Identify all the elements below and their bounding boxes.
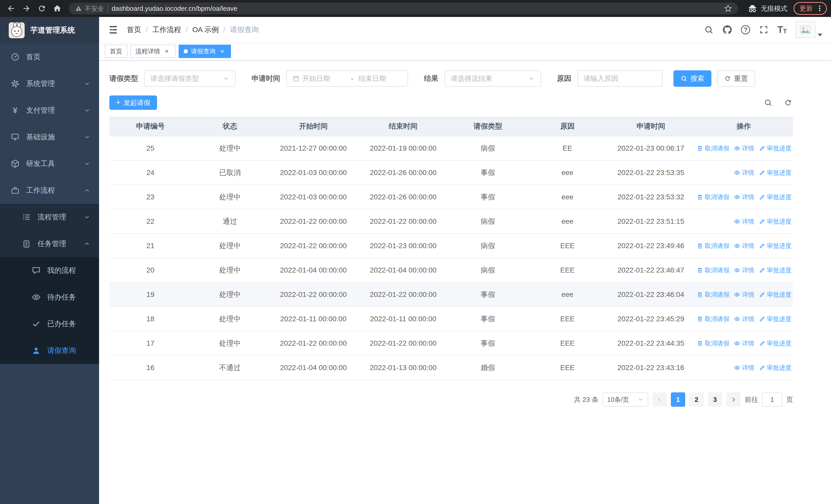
url-text[interactable]: dashboard.yudao.iocoder.cn/bpm/oa/leave xyxy=(112,5,721,12)
action-progress-link[interactable]: 审批进度 xyxy=(759,315,792,323)
action-progress-link[interactable]: 审批进度 xyxy=(759,169,792,177)
sidebar-item-infrastructure[interactable]: 基础设施 xyxy=(0,124,99,150)
action-progress-link[interactable]: 审批进度 xyxy=(759,217,792,226)
leave-type-select[interactable]: 请选择请假类型 xyxy=(144,70,236,87)
action-progress-link[interactable]: 审批进度 xyxy=(759,291,792,299)
sidebar-toggle-icon[interactable] xyxy=(108,24,119,35)
security-warning[interactable]: 不安全 xyxy=(75,4,104,13)
sidebar-item-payment[interactable]: ¥ 支付管理 xyxy=(0,97,99,124)
result-select[interactable]: 请选择流结果 xyxy=(445,70,541,87)
action-progress-link[interactable]: 审批进度 xyxy=(759,193,792,201)
action-detail-link[interactable]: 详情 xyxy=(734,315,754,323)
page-size-select[interactable]: 10条/页 xyxy=(603,392,648,407)
action-detail-link[interactable]: 详情 xyxy=(734,193,754,201)
action-progress-link[interactable]: 审批进度 xyxy=(759,266,792,274)
leave-table: 申请编号状态开始时间结束时间请假类型原因申请时间操作 25处理中2021-12-… xyxy=(109,117,793,380)
action-progress-link[interactable]: 审批进度 xyxy=(759,242,792,250)
page-button-3[interactable]: 3 xyxy=(708,392,722,407)
logo[interactable]: 芋道管理系统 xyxy=(0,17,99,43)
action-progress-link[interactable]: 审批进度 xyxy=(759,144,792,152)
sidebar-item-workflow[interactable]: 工作流程 xyxy=(0,177,99,204)
action-detail-link[interactable]: 详情 xyxy=(734,364,754,372)
page-unit: 页 xyxy=(786,395,793,404)
cell-status: 不通过 xyxy=(192,355,268,380)
help-icon[interactable]: ? xyxy=(741,25,750,34)
tab-leave-query[interactable]: 请假查询× xyxy=(179,45,231,58)
fullscreen-icon[interactable] xyxy=(759,25,769,35)
sidebar-item-process-management[interactable]: 流程管理 xyxy=(0,204,99,231)
breadcrumb-separator: / xyxy=(186,26,188,34)
sidebar-item-leave-query[interactable]: 请假查询 xyxy=(0,337,99,364)
cell-type: 事假 xyxy=(448,185,528,209)
search-button[interactable]: 搜索 xyxy=(674,70,711,87)
date-range-picker[interactable]: 开始日期 - 结束日期 xyxy=(286,70,408,87)
refresh-table-icon[interactable] xyxy=(783,98,793,108)
action-detail-link[interactable]: 详情 xyxy=(734,339,754,348)
sidebar-item-done-tasks[interactable]: 已办任务 xyxy=(0,310,99,337)
tab-home[interactable]: 首页 xyxy=(105,45,127,58)
page-button-1[interactable]: 1 xyxy=(671,392,685,407)
action-progress-link[interactable]: 审批进度 xyxy=(759,364,792,372)
breadcrumb-item[interactable]: 工作流程 xyxy=(152,25,181,35)
table-row: 17处理中2022-01-22 00:00:002022-01-22 00:00… xyxy=(109,331,793,355)
create-leave-button[interactable]: + 发起请假 xyxy=(109,95,157,110)
action-detail-link[interactable]: 详情 xyxy=(734,169,754,177)
prev-page-button[interactable] xyxy=(652,392,667,407)
trash-icon xyxy=(697,194,703,200)
monitor-icon xyxy=(11,133,20,141)
sidebar-item-home[interactable]: 首页 xyxy=(0,43,99,70)
action-cancel-link[interactable]: 取消请假 xyxy=(697,144,729,152)
page-button-2[interactable]: 2 xyxy=(689,392,704,407)
reload-icon[interactable] xyxy=(35,2,49,16)
github-icon[interactable] xyxy=(722,25,732,35)
action-detail-link[interactable]: 详情 xyxy=(734,242,754,250)
sidebar-item-my-process[interactable]: 我的流程 xyxy=(0,257,99,284)
action-cancel-link[interactable]: 取消请假 xyxy=(697,291,729,299)
next-page-button[interactable] xyxy=(726,392,741,407)
toggle-search-icon[interactable] xyxy=(763,98,773,108)
browser-update-button[interactable]: 更新 xyxy=(794,2,827,15)
close-tab-icon[interactable]: × xyxy=(163,48,170,55)
cell-start: 2022-01-04 00:00:00 xyxy=(268,258,358,282)
cell-type: 病假 xyxy=(448,258,528,282)
address-bar[interactable]: 不安全 dashboard.yudao.iocoder.cn/bpm/oa/le… xyxy=(69,3,738,14)
action-detail-link[interactable]: 详情 xyxy=(734,217,754,226)
action-cancel-link[interactable]: 取消请假 xyxy=(697,266,729,274)
bookmark-star-icon[interactable] xyxy=(724,5,732,12)
sidebar-item-devtools[interactable]: 研发工具 xyxy=(0,150,99,177)
user-menu[interactable] xyxy=(796,22,822,38)
home-icon[interactable] xyxy=(50,2,64,16)
action-progress-link[interactable]: 审批进度 xyxy=(759,339,792,348)
cell-status: 处理中 xyxy=(192,331,268,355)
action-detail-link[interactable]: 详情 xyxy=(734,291,754,299)
reason-input[interactable]: 请输入原因 xyxy=(577,70,663,87)
content: 请假类型 请选择请假类型 申请时间 开始日期 - 结束日期 xyxy=(99,61,831,504)
forward-icon[interactable] xyxy=(20,2,33,16)
chevron-down-icon xyxy=(84,134,90,140)
action-detail-link[interactable]: 详情 xyxy=(734,266,754,274)
back-icon[interactable] xyxy=(4,2,18,16)
cell-status: 处理中 xyxy=(192,136,268,160)
trash-icon xyxy=(697,292,703,298)
cell-apply: 2022-01-22 23:49:46 xyxy=(607,234,694,258)
action-cancel-link[interactable]: 取消请假 xyxy=(697,193,729,201)
sidebar-item-task-management[interactable]: 任务管理 xyxy=(0,231,99,257)
search-icon[interactable] xyxy=(704,25,714,35)
sidebar-item-system[interactable]: 系统管理 xyxy=(0,70,99,97)
action-cancel-link[interactable]: 取消请假 xyxy=(697,339,729,348)
font-size-icon[interactable]: TT xyxy=(777,25,787,34)
eye-icon xyxy=(734,267,740,273)
goto-page-input[interactable] xyxy=(762,392,782,407)
sidebar-item-todo-tasks[interactable]: 待办任务 xyxy=(0,284,99,310)
browser-menu-icon[interactable] xyxy=(816,5,824,12)
cell-status: 处理中 xyxy=(192,258,268,282)
close-tab-icon[interactable]: × xyxy=(219,48,226,55)
action-cancel-link[interactable]: 取消请假 xyxy=(697,242,729,250)
reset-button[interactable]: 重置 xyxy=(717,70,755,87)
action-cancel-link[interactable]: 取消请假 xyxy=(697,315,729,323)
action-detail-link[interactable]: 详情 xyxy=(734,144,754,152)
cell-apply: 2022-01-22 23:45:29 xyxy=(607,307,694,331)
breadcrumb-item[interactable]: 首页 xyxy=(127,25,141,35)
breadcrumb-item[interactable]: OA 示例 xyxy=(193,25,219,35)
tab-process-detail[interactable]: 流程详情× xyxy=(131,45,175,58)
